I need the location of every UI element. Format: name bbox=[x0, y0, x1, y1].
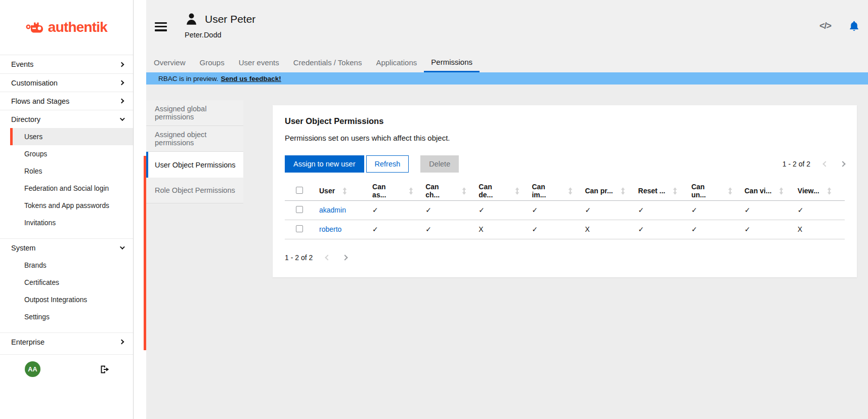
pagination-prev-icon[interactable] bbox=[325, 255, 331, 260]
user-link[interactable]: roberto bbox=[319, 225, 341, 233]
subtab-assigned-global-permissions[interactable]: Assigned global permissions bbox=[146, 100, 243, 126]
sidebar-nav: EventsCustomisationFlows and StagesDirec… bbox=[0, 55, 133, 351]
permission-value: ✓ bbox=[638, 225, 644, 233]
pagination-prev-icon[interactable] bbox=[822, 161, 828, 166]
row-checkbox[interactable] bbox=[296, 225, 303, 232]
sidebar-item-settings[interactable]: Settings bbox=[10, 308, 133, 325]
sort-icon[interactable] bbox=[342, 187, 347, 195]
sidebar-section-flows-and-stages[interactable]: Flows and Stages bbox=[0, 92, 133, 110]
pagination-next-icon[interactable] bbox=[342, 255, 348, 260]
subtab-role-object-permissions[interactable]: Role Object Permissions bbox=[146, 178, 243, 203]
avatar[interactable]: AA bbox=[25, 361, 40, 377]
chevron-right-icon bbox=[119, 62, 124, 67]
page-subtitle: Peter.Dodd bbox=[185, 31, 255, 39]
row-select-cell bbox=[285, 220, 313, 239]
sidebar-section-enterprise[interactable]: Enterprise bbox=[0, 332, 133, 351]
assign-to-new-user-button[interactable]: Assign to new user bbox=[285, 155, 364, 173]
sidebar: authentik EventsCustomisationFlows and S… bbox=[0, 0, 134, 419]
sidebar-section-customisation[interactable]: Customisation bbox=[0, 73, 133, 92]
chevron-down-icon bbox=[120, 116, 125, 121]
sidebar-item-certificates[interactable]: Certificates bbox=[10, 274, 133, 291]
sort-icon[interactable] bbox=[515, 187, 519, 195]
sidebar-section-system[interactable]: System bbox=[0, 238, 133, 257]
sort-icon[interactable] bbox=[462, 187, 466, 195]
tab-overview[interactable]: Overview bbox=[147, 53, 193, 72]
subtab-assigned-object-permissions[interactable]: Assigned object permissions bbox=[146, 126, 243, 152]
user-link[interactable]: akadmin bbox=[319, 206, 346, 214]
column-header-can-de: Can de... bbox=[472, 182, 526, 200]
sidebar-item-outpost-integrations[interactable]: Outpost Integrations bbox=[10, 291, 133, 308]
sidebar-item-groups[interactable]: Groups bbox=[10, 145, 133, 162]
sort-icon[interactable] bbox=[827, 187, 832, 195]
tab-credentials-tokens[interactable]: Credentials / Tokens bbox=[286, 53, 369, 72]
column-header-can-im: Can im... bbox=[526, 182, 579, 200]
sidebar-item-users[interactable]: Users bbox=[10, 128, 133, 145]
sidebar-item-tokens-and-app-passwords[interactable]: Tokens and App passwords bbox=[10, 197, 133, 214]
sort-icon[interactable] bbox=[621, 187, 625, 195]
column-label: Can de... bbox=[479, 183, 507, 199]
notifications-bell-icon[interactable] bbox=[848, 20, 860, 32]
sidebar-item-label: Groups bbox=[24, 150, 47, 158]
sidebar-section-events[interactable]: Events bbox=[0, 55, 133, 73]
sidebar-item-roles[interactable]: Roles bbox=[10, 162, 133, 180]
user-cell: roberto bbox=[313, 220, 366, 239]
column-header-user: User bbox=[313, 182, 366, 200]
permission-value: X bbox=[798, 225, 802, 233]
permission-cell: ✓ bbox=[685, 220, 739, 239]
permission-value: X bbox=[479, 225, 483, 233]
column-header-inner: Can pr... bbox=[585, 187, 626, 195]
permission-value: ✓ bbox=[638, 206, 644, 214]
permission-cell: ✓ bbox=[526, 220, 579, 239]
api-code-icon[interactable]: </> bbox=[819, 21, 831, 31]
select-all-checkbox[interactable] bbox=[296, 187, 303, 194]
permission-cell: ✓ bbox=[579, 200, 632, 220]
permission-cell: ✓ bbox=[739, 220, 792, 239]
tab-permissions[interactable]: Permissions bbox=[424, 53, 480, 72]
pagination-next-icon[interactable] bbox=[840, 161, 845, 166]
permission-cell: ✓ bbox=[472, 200, 526, 220]
sort-icon[interactable] bbox=[409, 187, 413, 195]
chevron-right-icon bbox=[119, 80, 124, 86]
row-checkbox[interactable] bbox=[296, 206, 303, 213]
pagination-top: 1 - 2 of 2 bbox=[783, 160, 845, 168]
column-header-inner: Can un... bbox=[691, 183, 732, 199]
feedback-link[interactable]: Send us feedback! bbox=[221, 75, 281, 82]
column-header-inner: Can de... bbox=[479, 183, 519, 199]
column-label: Can un... bbox=[691, 183, 720, 199]
permission-value: X bbox=[585, 225, 589, 233]
permission-cell: ✓ bbox=[419, 200, 472, 220]
sort-icon[interactable] bbox=[568, 187, 573, 195]
sidebar-item-label: Brands bbox=[24, 262, 47, 269]
tab-user-events[interactable]: User events bbox=[232, 53, 286, 72]
permission-value: ✓ bbox=[425, 225, 431, 233]
logout-icon[interactable] bbox=[100, 364, 110, 374]
sidebar-item-label: Outpost Integrations bbox=[24, 296, 87, 304]
column-header-inner: Can ch... bbox=[425, 183, 466, 199]
sidebar-item-federation-and-social-login[interactable]: Federation and Social login bbox=[10, 180, 133, 197]
column-label: Can pr... bbox=[585, 187, 613, 195]
hamburger-menu-icon[interactable] bbox=[155, 22, 167, 31]
delete-button[interactable]: Delete bbox=[420, 155, 459, 173]
sidebar-item-label: Invitations bbox=[24, 219, 56, 227]
sort-icon[interactable] bbox=[673, 187, 677, 195]
column-header-can-un: Can un... bbox=[685, 182, 739, 200]
sort-icon[interactable] bbox=[779, 187, 784, 195]
sidebar-item-label: Roles bbox=[24, 167, 42, 175]
permission-cell: ✓ bbox=[419, 220, 472, 239]
column-header-can-vi: Can vi... bbox=[739, 182, 792, 200]
sidebar-section-directory[interactable]: Directory bbox=[0, 110, 133, 128]
permission-cell: ✓ bbox=[792, 200, 845, 220]
tab-groups[interactable]: Groups bbox=[193, 53, 232, 72]
card-description: Permissions set on users which affect th… bbox=[285, 134, 845, 142]
refresh-button[interactable]: Refresh bbox=[366, 155, 409, 173]
tab-applications[interactable]: Applications bbox=[369, 53, 424, 72]
subtab-user-object-permissions[interactable]: User Object Permissions bbox=[146, 152, 243, 178]
column-header-inner: Can vi... bbox=[745, 187, 786, 195]
chevron-down-icon bbox=[120, 244, 125, 249]
chevron-right-icon bbox=[119, 340, 124, 345]
sort-icon[interactable] bbox=[728, 187, 732, 195]
sidebar-item-brands[interactable]: Brands bbox=[10, 257, 133, 274]
column-label: Can ch... bbox=[425, 183, 454, 199]
sidebar-item-invitations[interactable]: Invitations bbox=[10, 214, 133, 231]
permission-cell: X bbox=[579, 220, 632, 239]
